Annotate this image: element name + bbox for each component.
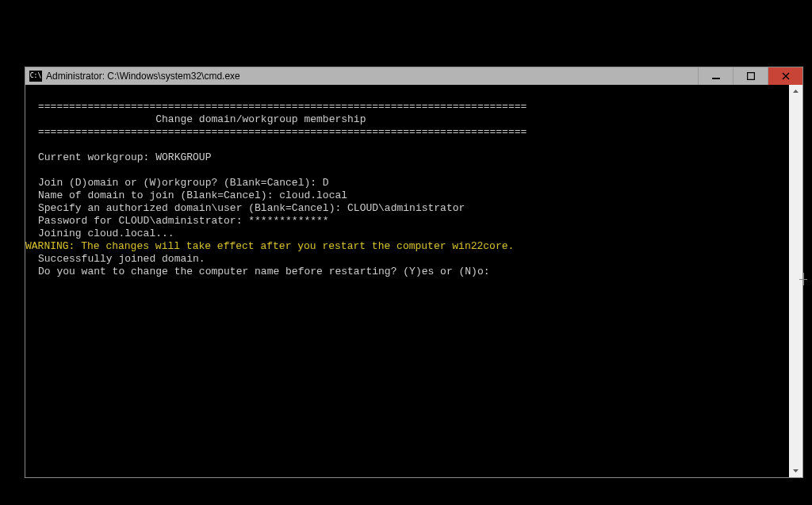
window-title: Administrator: C:\Windows\system32\cmd.e… (46, 71, 698, 82)
joining-line: Joining cloud.local... (25, 228, 789, 240)
svg-rect-0 (712, 78, 720, 79)
close-button[interactable] (768, 67, 802, 85)
close-icon (782, 72, 790, 80)
join-prompt-line: Join (D)omain or (W)orkgroup? (Blank=Can… (25, 177, 789, 189)
separator-line: ========================================… (25, 101, 789, 113)
specify-user-line: Specify an authorized domain\user (Blank… (25, 202, 789, 215)
svg-rect-1 (747, 73, 754, 80)
maximize-icon (747, 72, 755, 80)
window-controls (698, 67, 802, 85)
client-area: ========================================… (25, 85, 802, 477)
warning-line: WARNING: The changes will take effect af… (25, 240, 789, 253)
scroll-up-button[interactable] (789, 85, 802, 98)
password-line: Password for CLOUD\administrator: ******… (25, 215, 789, 228)
current-workgroup-line: Current workgroup: WORKGROUP (25, 151, 789, 164)
cmd-window: C:\ Administrator: C:\Windows\system32\c… (25, 67, 803, 478)
rename-prompt-line: Do you want to change the computer name … (25, 266, 789, 278)
minimize-icon (712, 72, 720, 80)
minimize-button[interactable] (698, 67, 733, 85)
maximize-button[interactable] (733, 67, 768, 85)
scroll-down-button[interactable] (789, 464, 802, 477)
cmd-icon: C:\ (29, 71, 42, 82)
chevron-down-icon (792, 467, 799, 474)
chevron-up-icon (792, 88, 799, 95)
titlebar[interactable]: C:\ Administrator: C:\Windows\system32\c… (25, 67, 802, 85)
resize-handle-right[interactable] (798, 275, 809, 283)
name-domain-line: Name of domain to join (Blank=Cancel): c… (25, 189, 789, 202)
terminal-output[interactable]: ========================================… (25, 85, 789, 477)
separator-line: ========================================… (25, 126, 789, 139)
header-line: Change domain/workgroup membership (25, 113, 789, 126)
success-line: Successfully joined domain. (25, 253, 789, 266)
desktop: C:\ Administrator: C:\Windows\system32\c… (0, 0, 812, 505)
